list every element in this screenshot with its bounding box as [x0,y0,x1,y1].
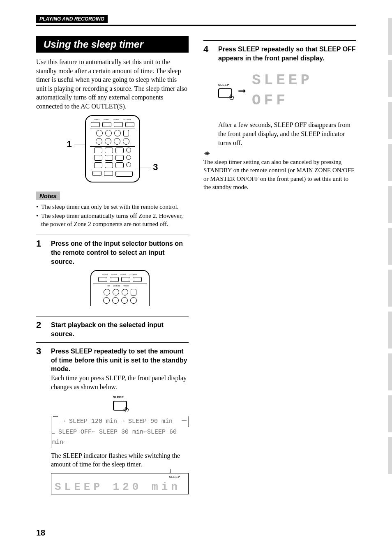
notes-label: Notes [36,192,60,200]
page-number: 18 [36,528,45,538]
tip-text: The sleep timer setting can also be canc… [203,158,356,191]
step-4-heading: Press SLEEP repeatedly so that SLEEP OFF… [218,45,356,62]
step-1-heading: Press one of the input selector buttons … [51,239,189,266]
step-number: 1 [36,239,45,312]
sleep-indicator: SLEEP [169,475,180,480]
step-number: 3 [36,347,45,494]
front-panel-display: SLEEP SLEEP 120 min [51,473,189,494]
callout-1-line [74,145,86,145]
arrow-icon: ➞ [238,84,246,97]
page-title: Using the sleep timer [36,36,189,53]
tip-icon [203,150,356,158]
sleep-button-illustration: SLEEP [51,395,189,411]
top-rule [36,25,356,26]
step-4-body: After a few seconds, SLEEP OFF disappear… [218,120,356,147]
callout-3-line [139,168,151,168]
sleep-sequence: → SLEEP 120 min → SLEEP 90 min SLEEP OFF… [51,416,189,448]
press-hand-icon [123,406,130,414]
note-item: The sleep timer automatically turns off … [36,212,189,229]
sleep-button-label: SLEEP [113,395,127,400]
note-item: The sleep timer can only be set with the… [36,203,189,211]
edge-tabs [388,18,392,479]
remote-illustration-main: 1 3 POWERPOWERPOWERSTANDBY [36,115,189,182]
callout-1: 1 [67,139,72,150]
step-3-heading: Press SLEEP repeatedly to set the amount… [51,347,189,374]
press-hand-icon [228,94,235,102]
sleep-button-label: SLEEP [218,83,232,88]
notes-list: The sleep timer can only be set with the… [36,203,189,229]
step-3-body: Each time you press SLEEP, the front pan… [51,374,189,391]
step-number: 4 [203,45,212,147]
sleep-off-illustration: SLEEP ➞ SLEEP OFF [218,71,356,111]
remote-illustration-step1: POWERPOWERPOWERSTANDBY CDMD/TAPETUNER [51,270,189,306]
display-value-off: SLEEP OFF [252,71,356,111]
callout-3: 3 [153,162,158,173]
display-value: SLEEP 120 min [55,482,185,492]
intro-paragraph: Use this feature to automatically set th… [36,58,189,111]
step-3-body2: The SLEEP indicator flashes while switch… [51,451,189,469]
step-number: 2 [36,321,45,338]
section-header: PLAYING AND RECORDING [36,15,108,23]
step-2-heading: Start playback on the selected input sou… [51,321,189,338]
